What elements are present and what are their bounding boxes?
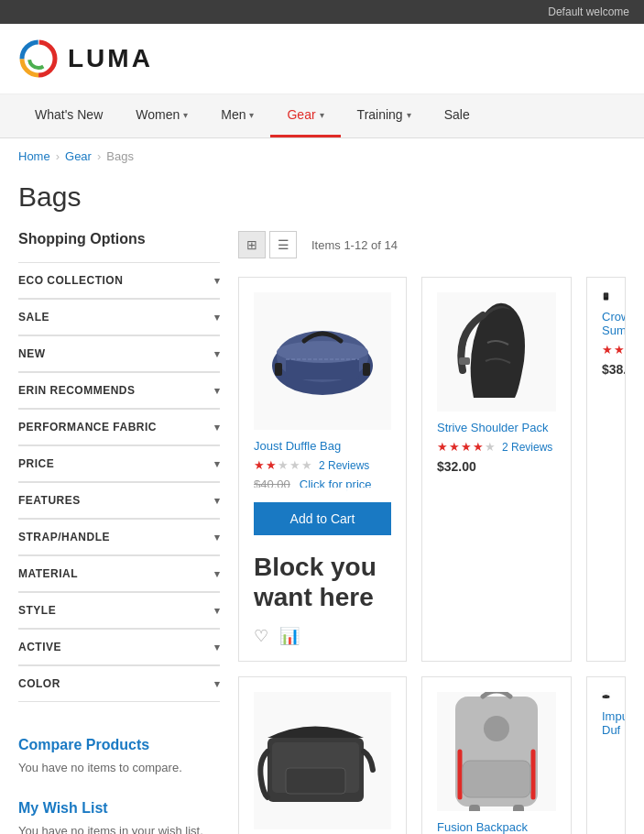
backpack-image-3 <box>602 292 610 301</box>
compare-icon[interactable]: 📊 <box>279 626 300 646</box>
product-image-6 <box>602 692 610 700</box>
stars-row-1: ★★★★★ 2 Reviews <box>254 458 391 472</box>
filter-group-strap: STRAP/HANDLE ▾ <box>18 519 220 555</box>
add-to-cart-button-1[interactable]: Add to Cart <box>254 502 391 535</box>
svg-rect-14 <box>605 297 607 299</box>
filter-group-new: NEW ▾ <box>18 335 220 372</box>
view-mode: ⊞ ☰ <box>238 231 297 258</box>
breadcrumb-home[interactable]: Home <box>18 149 50 163</box>
filter-new[interactable]: NEW ▾ <box>18 336 220 372</box>
chevron-down-icon: ▾ <box>214 385 221 397</box>
filter-group-eco-collection: ECO COLLECTION ▾ <box>18 262 220 299</box>
shoulder-pack-image <box>437 292 556 412</box>
svg-point-3 <box>29 49 48 68</box>
chevron-down-icon: ▾ <box>214 312 221 324</box>
product-image-5 <box>437 692 556 811</box>
filter-performance-fabric[interactable]: PERFORMANCE FABRIC ▾ <box>18 410 220 445</box>
filter-eco-collection[interactable]: ECO COLLECTION ▾ <box>18 263 220 299</box>
product-card-4: Rival Field Messenger <box>238 676 407 834</box>
chevron-down-icon: ▾ <box>214 642 221 653</box>
product-name-3[interactable]: Crown Summ <box>602 310 610 337</box>
price-3: $38.00 <box>602 362 626 377</box>
chevron-down-icon: ▾ <box>214 532 221 543</box>
filter-price[interactable]: PRICE ▾ <box>18 446 220 482</box>
compare-text: You have no items to compare. <box>18 761 220 774</box>
messenger-bag-image <box>254 706 391 816</box>
price-row-3: $38.00 <box>602 362 610 377</box>
product-card-5: Fusion Backpack <box>421 676 572 834</box>
product-name-2[interactable]: Strive Shoulder Pack <box>437 421 556 434</box>
filter-strap-handle[interactable]: STRAP/HANDLE ▾ <box>18 520 220 555</box>
svg-rect-10 <box>363 363 370 376</box>
star-rating-1: ★★★★★ <box>254 458 313 472</box>
breadcrumb: Home › Gear › Bags <box>0 138 644 174</box>
list-view-button[interactable]: ☰ <box>269 231 297 258</box>
page-title: Bags <box>0 174 644 231</box>
filter-sale[interactable]: SALE ▾ <box>18 300 220 335</box>
product-name-5[interactable]: Fusion Backpack <box>437 820 556 834</box>
product-card-3: Crown Summ ★★★★★ $38.00 <box>586 277 626 662</box>
product-image-3 <box>602 292 610 301</box>
chevron-down-icon: ▾ <box>214 568 221 580</box>
product-name-6[interactable]: Impulse Duf <box>602 709 610 737</box>
filter-group-price: PRICE ▾ <box>18 445 220 482</box>
main-layout: Shopping Options ECO COLLECTION ▾ SALE ▾… <box>0 231 644 834</box>
nav-men[interactable]: Men ▾ <box>204 94 270 137</box>
product-name-1[interactable]: Joust Duffle Bag <box>254 439 391 453</box>
filter-features[interactable]: FEATURES ▾ <box>18 483 220 519</box>
logo[interactable]: LUMA <box>18 38 153 79</box>
toolbar: ⊞ ☰ Items 1-12 of 14 <box>238 231 626 258</box>
breadcrumb-sep: › <box>56 149 60 163</box>
svg-rect-23 <box>513 805 524 811</box>
wishlist-title[interactable]: My Wish List <box>18 800 220 817</box>
nav-training[interactable]: Training ▾ <box>341 94 428 137</box>
svg-rect-21 <box>463 761 530 797</box>
price-row-2: $32.00 <box>437 459 556 474</box>
logo-icon <box>18 38 59 79</box>
wishlist-icon[interactable]: ♡ <box>254 626 268 646</box>
svg-rect-9 <box>275 363 282 376</box>
compare-section: Compare Products You have no items to co… <box>18 728 220 774</box>
grid-view-button[interactable]: ⊞ <box>238 231 266 258</box>
price-2: $32.00 <box>437 459 476 474</box>
product-card-6: Impulse Duf <box>586 676 626 834</box>
wishlist-section: My Wish List You have no items in your w… <box>18 800 220 834</box>
filter-style[interactable]: STYLE ▾ <box>18 593 220 629</box>
duffle-bag-image <box>258 306 387 416</box>
nav-sale[interactable]: Sale <box>428 94 486 137</box>
reviews-link-2[interactable]: 2 Reviews <box>502 441 552 454</box>
compare-products-title[interactable]: Compare Products <box>18 737 220 753</box>
filter-erin-recommends[interactable]: ERIN RECOMMENDS ▾ <box>18 373 220 409</box>
svg-point-28 <box>608 695 609 697</box>
stars-row-3: ★★★★★ <box>602 343 610 357</box>
filter-material[interactable]: MATERIAL ▾ <box>18 556 220 592</box>
star-rating-2: ★★★★★ <box>437 440 497 454</box>
product-card-1: Joust Duffle Bag ★★★★★ 2 Reviews $40.00 … <box>238 277 407 662</box>
svg-point-27 <box>603 695 604 697</box>
chevron-down-icon: ▾ <box>214 678 221 690</box>
filter-group-sale: SALE ▾ <box>18 299 220 335</box>
chevron-down-icon: ▾ <box>214 275 221 287</box>
filter-group-active: ACTIVE ▾ <box>18 629 220 665</box>
chevron-down-icon: ▾ <box>214 605 221 617</box>
product-card-2: Strive Shoulder Pack ★★★★★ 2 Reviews $32… <box>421 277 572 662</box>
sidebar: Shopping Options ECO COLLECTION ▾ SALE ▾… <box>18 231 220 834</box>
card-actions-1: ♡ 📊 <box>254 626 391 646</box>
chevron-down-icon: ▾ <box>183 110 188 120</box>
main-nav: What's New Women ▾ Men ▾ Gear ▾ Training… <box>0 94 644 138</box>
sidebar-title: Shopping Options <box>18 231 220 247</box>
breadcrumb-gear[interactable]: Gear <box>65 149 92 163</box>
star-rating-3: ★★★★★ <box>602 343 626 357</box>
product-image-2 <box>437 292 556 412</box>
filter-color[interactable]: COLOR ▾ <box>18 666 220 702</box>
header: LUMA <box>0 24 644 94</box>
svg-rect-17 <box>286 768 345 794</box>
nav-women[interactable]: Women ▾ <box>119 94 204 137</box>
filter-active[interactable]: ACTIVE ▾ <box>18 630 220 665</box>
filter-group-material: MATERIAL ▾ <box>18 555 220 592</box>
reviews-link-1[interactable]: 2 Reviews <box>319 459 369 472</box>
breadcrumb-sep: › <box>97 149 101 163</box>
wishlist-text: You have no items in your wish list. <box>18 824 220 834</box>
nav-whats-new[interactable]: What's New <box>18 94 119 137</box>
nav-gear[interactable]: Gear ▾ <box>270 94 340 137</box>
